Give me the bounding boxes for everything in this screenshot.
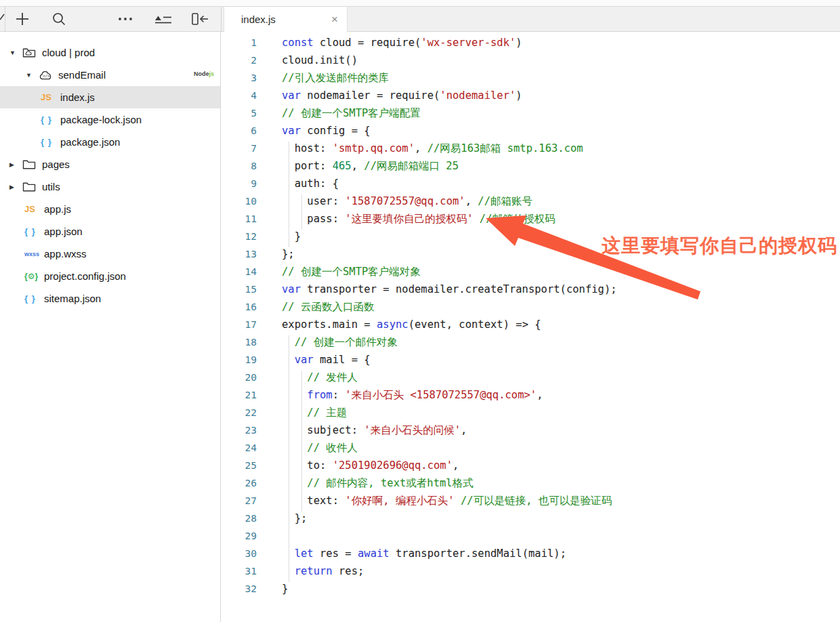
cloud-function-icon: </> [39, 70, 58, 81]
line-number: 5 [222, 104, 257, 122]
collapse-tree-button[interactable] [152, 9, 173, 29]
collapse-panel-icon [190, 12, 209, 26]
code-line-22[interactable]: 22 // 主题 [222, 404, 840, 421]
search-button[interactable] [49, 9, 69, 29]
line-number: 21 [222, 386, 257, 404]
code-line-20[interactable]: 20 // 发件人 [222, 369, 840, 386]
tree-item-app.json[interactable]: { }app.json [0, 220, 220, 243]
line-number: 32 [222, 580, 257, 598]
more-button[interactable] [115, 9, 135, 29]
code-line-24[interactable]: 24 // 收件人 [222, 439, 840, 457]
line-text: text: '你好啊, 编程小石头' //可以是链接, 也可以是验证码 [282, 492, 612, 510]
add-file-button[interactable] [12, 9, 33, 29]
tree-item-utils[interactable]: ▶utils [0, 175, 220, 198]
tree-item-package.json[interactable]: { }package.json [0, 131, 220, 153]
line-text: } [282, 580, 288, 598]
tree-item-label: package-lock.json [60, 114, 142, 125]
tree-item-sendEmail[interactable]: ▼</>sendEmailNodejs [0, 64, 220, 86]
tree-item-project.config.json[interactable]: {⚙}project.config.json [0, 265, 220, 287]
code-line-17[interactable]: 17exports.main = async(event, context) =… [222, 316, 840, 333]
line-number: 27 [222, 492, 257, 510]
line-text: //引入发送邮件的类库 [282, 69, 389, 87]
disclosure-right-icon[interactable]: ▶ [8, 161, 22, 168]
code-line-14[interactable]: 14// 创建一个SMTP客户端对象 [222, 263, 840, 281]
line-number: 9 [222, 175, 257, 192]
tab-index-js[interactable]: index.js × [224, 7, 348, 32]
line-number: 7 [222, 140, 257, 157]
line-number: 16 [222, 298, 257, 316]
collapse-tree-icon [153, 13, 172, 25]
code-line-25[interactable]: 25 to: '2501902696@qq.com', [222, 457, 840, 474]
line-text: exports.main = async(event, context) => … [282, 316, 541, 333]
tree-item-app.wxss[interactable]: wxssapp.wxss [0, 243, 220, 265]
line-number: 11 [222, 210, 257, 228]
sidebar-toolbar [0, 7, 222, 32]
code-line-3[interactable]: 3//引入发送邮件的类库 [222, 69, 840, 87]
window-top-strip [0, 0, 840, 7]
line-number: 30 [222, 545, 257, 562]
tree-item-sitemap.json[interactable]: { }sitemap.json [0, 287, 220, 310]
tab-bar: index.js × [222, 7, 840, 32]
code-line-26[interactable]: 26 // 邮件内容, text或者html格式 [222, 474, 840, 492]
code-line-7[interactable]: 7 host: 'smtp.qq.com', //网易163邮箱 smtp.16… [222, 140, 840, 157]
line-text: // 主题 [282, 404, 347, 421]
code-line-19[interactable]: 19 var mail = { [222, 351, 840, 369]
file-tree-panel: ▼cloud | prod▼</>sendEmailNodejsJSindex.… [0, 32, 221, 622]
code-editor[interactable]: 1const cloud = require('wx-server-sdk')2… [222, 32, 840, 622]
line-text: // 云函数入口函数 [282, 298, 375, 316]
tree-item-app.js[interactable]: JSapp.js [0, 198, 220, 220]
search-icon [51, 12, 66, 26]
code-line-18[interactable]: 18 // 创建一个邮件对象 [222, 333, 840, 351]
tree-item-cloud-prod[interactable]: ▼cloud | prod [0, 41, 220, 64]
collapse-panel-button[interactable] [189, 9, 209, 29]
code-line-29[interactable]: 29 [222, 527, 840, 545]
code-line-5[interactable]: 5// 创建一个SMTP客户端配置 [222, 104, 840, 122]
disclosure-down-icon[interactable]: ▼ [8, 49, 22, 56]
line-text: // 创建一个邮件对象 [282, 333, 398, 351]
code-line-16[interactable]: 16// 云函数入口函数 [222, 298, 840, 316]
line-text: let res = await transporter.sendMail(mai… [282, 545, 566, 562]
line-text: }; [282, 245, 295, 263]
line-text: user: '1587072557@qq.com', //邮箱账号 [282, 192, 532, 210]
code-line-31[interactable]: 31 return res; [222, 562, 840, 580]
tree-item-label: sitemap.json [44, 293, 101, 304]
line-text: pass: '这里要填你自己的授权码' //邮箱的授权码 [282, 210, 555, 228]
code-line-30[interactable]: 30 let res = await transporter.sendMail(… [222, 545, 840, 562]
code-line-1[interactable]: 1const cloud = require('wx-server-sdk') [222, 34, 840, 51]
code-line-32[interactable]: 32} [222, 580, 840, 598]
line-text: port: 465, //网易邮箱端口 25 [282, 157, 459, 175]
code-line-27[interactable]: 27 text: '你好啊, 编程小石头' //可以是链接, 也可以是验证码 [222, 492, 840, 510]
code-line-9[interactable]: 9 auth: { [222, 175, 840, 192]
code-line-15[interactable]: 15var transporter = nodemailer.createTra… [222, 281, 840, 298]
line-number: 6 [222, 122, 257, 140]
file-tree: ▼cloud | prod▼</>sendEmailNodejsJSindex.… [0, 41, 220, 310]
line-number: 26 [222, 474, 257, 492]
line-text: var mail = { [282, 351, 371, 369]
tree-item-label: project.config.json [44, 270, 126, 282]
code-line-2[interactable]: 2cloud.init() [222, 51, 840, 69]
ellipsis-icon [117, 16, 134, 22]
code-line-28[interactable]: 28 }; [222, 510, 840, 527]
tree-item-index.js[interactable]: JSindex.js [0, 86, 220, 108]
code-line-4[interactable]: 4var nodemailer = require('nodemailer') [222, 87, 840, 104]
line-number: 29 [222, 527, 257, 545]
tree-item-label: app.json [44, 226, 83, 237]
code-line-21[interactable]: 21 from: '来自小石头 <1587072557@qq.com>', [222, 386, 840, 404]
code-line-8[interactable]: 8 port: 465, //网易邮箱端口 25 [222, 157, 840, 175]
line-text: to: '2501902696@qq.com', [282, 457, 459, 474]
code-line-10[interactable]: 10 user: '1587072557@qq.com', //邮箱账号 [222, 192, 840, 210]
js-icon: JS [24, 204, 44, 214]
code-lines: 1const cloud = require('wx-server-sdk')2… [222, 32, 840, 598]
tree-item-package-lock.json[interactable]: { }package-lock.json [0, 108, 220, 131]
disclosure-right-icon[interactable]: ▶ [8, 184, 22, 190]
line-number: 17 [222, 316, 257, 333]
tab-close-icon[interactable]: × [331, 14, 338, 25]
code-line-11[interactable]: 11 pass: '这里要填你自己的授权码' //邮箱的授权码 [222, 210, 840, 228]
tree-item-pages[interactable]: ▶pages [0, 153, 220, 175]
code-line-23[interactable]: 23 subject: '来自小石头的问候', [222, 421, 840, 439]
line-text: // 发件人 [282, 369, 358, 386]
js-icon: JS [41, 92, 60, 102]
disclosure-down-icon[interactable]: ▼ [24, 72, 39, 79]
code-line-6[interactable]: 6var config = { [222, 122, 840, 140]
line-number: 28 [222, 510, 257, 527]
